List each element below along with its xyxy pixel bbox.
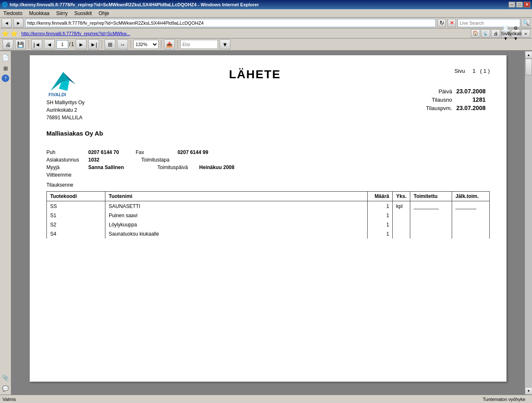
export-button[interactable]: 📤 xyxy=(164,39,175,49)
minimize-button[interactable]: ─ xyxy=(509,2,515,8)
page-input[interactable] xyxy=(56,40,68,49)
search-report-dropdown[interactable]: ▼ xyxy=(220,39,230,49)
col-header-code: Tuotekoodi xyxy=(47,192,105,201)
date-info: Päivä 23.07.2008 Tilausno 1281 Tilauspvm… xyxy=(425,87,490,113)
cell-delivered xyxy=(410,201,452,211)
search-report-input[interactable] xyxy=(180,40,218,49)
cell-name: Saunatuoksu kiukaalle xyxy=(105,229,368,239)
sidebar-help-button[interactable]: ? xyxy=(2,74,9,82)
back-button[interactable]: ◄ xyxy=(2,18,12,28)
cell-qty: 1 xyxy=(368,201,393,211)
cell-backorder xyxy=(452,201,490,211)
report-page: FIVALDI SH Malliyritys Oy Aurinkokatu 2 … xyxy=(30,55,506,382)
reference-label: Viitteemme xyxy=(46,172,88,178)
menu-siirry[interactable]: Siirry xyxy=(54,10,69,17)
fax-label: Fax xyxy=(136,149,177,155)
seller-row: Myyjä Sanna Sallinen Toimituspäivä Heinä… xyxy=(46,164,490,170)
menu-tiedosto[interactable]: Tiedosto xyxy=(2,10,24,17)
feeds-icon-btn[interactable]: 📡 xyxy=(481,29,490,38)
scroll-up-button[interactable]: ▲ xyxy=(525,51,532,59)
phone-label: Puh xyxy=(46,149,88,155)
order-ref-label: Tilauksenne xyxy=(46,182,490,188)
more-tools-btn[interactable]: » xyxy=(521,29,530,38)
browser-icon: 🌐 xyxy=(2,2,8,8)
customer-no-value: 1032 xyxy=(88,157,100,163)
col-header-backorder: Jälk.toim. xyxy=(452,192,490,201)
separator-4 xyxy=(161,40,161,49)
sidebar-doc-button[interactable]: 📄 xyxy=(1,53,10,62)
cell-name: SAUNASETTI xyxy=(105,201,368,211)
right-scrollbar[interactable]: ▲ ▼ xyxy=(524,51,532,395)
right-header: Sivu 1 ( 1 ) Päivä 23.07.2008 xyxy=(425,68,490,113)
prev-page-button[interactable]: ◄ xyxy=(44,39,55,49)
delivery-date-value: Heinäkuu 2008 xyxy=(199,164,234,170)
favorites-star: ⭐ xyxy=(2,30,9,37)
maximize-button[interactable]: □ xyxy=(516,2,523,8)
delivery-method-label: Toimitustapa xyxy=(141,157,183,163)
first-page-button[interactable]: |◄ xyxy=(31,39,42,49)
scroll-down-button[interactable]: ▼ xyxy=(525,387,532,395)
save-report-button[interactable]: 💾 xyxy=(15,39,26,49)
scroll-thumb[interactable] xyxy=(525,59,532,75)
forward-button[interactable]: ► xyxy=(13,18,23,28)
zone-text: Tuntematon vyöhyke xyxy=(483,397,529,402)
cell-delivered xyxy=(410,220,452,229)
fax-value: 0207 6144 99 xyxy=(177,149,208,155)
reference-row: Viitteemme xyxy=(46,172,490,178)
last-page-button[interactable]: ►| xyxy=(88,39,99,49)
svg-text:FIVALDI: FIVALDI xyxy=(49,92,66,97)
cell-code: SS xyxy=(47,201,105,211)
phone-value: 0207 6144 70 xyxy=(88,149,119,155)
table-body: SS SAUNASETTI 1 kpl S1 Puinen saavi 1 S2… xyxy=(47,201,490,239)
favorites-icon: ⭐ xyxy=(10,30,18,37)
content-area[interactable]: FIVALDI SH Malliyritys Oy Aurinkokatu 2 … xyxy=(12,51,524,395)
report-title: LÄHETE xyxy=(229,68,281,81)
next-page-button[interactable]: ► xyxy=(76,39,87,49)
cell-unit xyxy=(393,211,410,220)
sidebar-grid-button[interactable]: ⊞ xyxy=(1,64,10,73)
report-toolbar: 🖨 💾 |◄ ◄ / 1 ► ►| ⊞ ↔ 132% 100% 75% 150%… xyxy=(0,39,532,51)
cell-qty: 1 xyxy=(368,220,393,229)
tools-menu-btn[interactable]: ⚙ Työkalut ▼ xyxy=(511,29,520,38)
address-bar: ◄ ► ↻ ✕ 🔍 xyxy=(0,18,532,28)
left-sidebar: 📄 ⊞ ? 📎 💬 xyxy=(0,51,12,395)
table-row: S1 Puinen saavi 1 xyxy=(47,211,490,220)
scroll-track[interactable] xyxy=(525,59,532,387)
cell-unit xyxy=(393,229,410,239)
menu-suosikit[interactable]: Suosikit xyxy=(73,10,94,17)
order-date-value: 23.07.2008 xyxy=(456,104,489,112)
zoom-select[interactable]: 132% 100% 75% 150% xyxy=(133,40,159,49)
order-date-label: Tilauspvm. xyxy=(426,104,455,112)
menu-ohje[interactable]: Ohje xyxy=(97,10,111,17)
cell-delivered xyxy=(410,211,452,220)
col-header-qty: Määrä xyxy=(368,192,393,201)
table-header-row: Tuotekoodi Tuotenimi Määrä Yks. Toimitet… xyxy=(47,192,490,201)
window-title: http://kenny.finnvalli.fi:7778/fv_rep/re… xyxy=(10,2,259,7)
menu-muokkaa[interactable]: Muokkaa xyxy=(28,10,51,17)
home-icon-btn[interactable]: 🏠 xyxy=(471,29,480,38)
status-bar: Valmis Tuntematon vyöhyke xyxy=(0,395,532,403)
fit-width-button[interactable]: ↔ xyxy=(117,39,128,49)
address-input[interactable] xyxy=(25,19,436,27)
cell-backorder xyxy=(452,211,490,220)
print-icon-btn[interactable]: 🖨 xyxy=(491,29,500,38)
company-logo: FIVALDI xyxy=(46,68,80,97)
col-header-name: Tuotenimi xyxy=(105,192,368,201)
page-current: 1 xyxy=(473,68,476,74)
report-title-area: LÄHETE xyxy=(229,68,281,81)
favorites-link[interactable]: http://kenny.finnvalli.fi:7778/fv_rep/re… xyxy=(19,30,132,37)
refresh-button[interactable]: ↻ xyxy=(437,19,446,27)
company-name: SH Malliyritys Oy xyxy=(46,99,84,106)
cell-code: S4 xyxy=(47,229,105,239)
print-report-button[interactable]: 🖨 xyxy=(3,39,13,49)
delivery-date-label: Toimituspäivä xyxy=(157,164,199,170)
sidebar-attach-button[interactable]: 📎 xyxy=(1,373,10,382)
stop-button[interactable]: ✕ xyxy=(448,19,456,27)
cell-unit: kpl xyxy=(393,201,410,211)
fit-page-button[interactable]: ⊞ xyxy=(105,39,115,49)
menu-bar: Tiedosto Muokkaa Siirry Suosikit Ohje xyxy=(0,9,532,18)
company-address: Aurinkokatu 2 xyxy=(46,106,84,114)
order-ref-text: Tilauksenne xyxy=(46,182,73,188)
close-button[interactable]: ✕ xyxy=(524,2,530,8)
sidebar-chat-button[interactable]: 💬 xyxy=(1,384,10,393)
